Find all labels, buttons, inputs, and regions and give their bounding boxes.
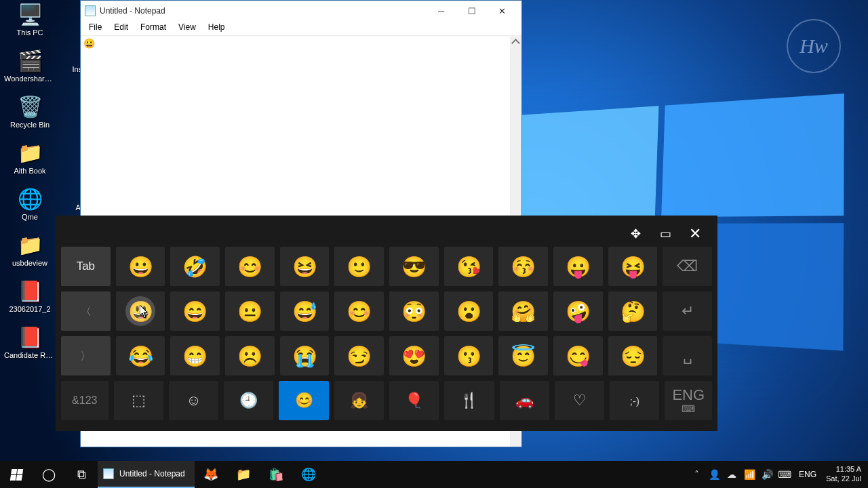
close-keyboard-icon[interactable]: ✕	[688, 226, 703, 241]
emoji-key-r3-0[interactable]: 😂	[116, 336, 165, 375]
category-people[interactable]: 👧	[334, 381, 384, 420]
maximize-button[interactable]: ☐	[456, 1, 487, 20]
emoji-key-r2-6[interactable]: 😮	[444, 291, 494, 331]
emoji-key-r2-5[interactable]: 😳	[389, 291, 439, 331]
desktop-icon[interactable]: 📁Aith Book	[4, 138, 56, 175]
category-smileys[interactable]: 😊	[279, 381, 328, 420]
key-nav-next[interactable]: 〉	[61, 336, 111, 375]
key-enter[interactable]: ↵	[663, 291, 712, 331]
desktop-icon[interactable]: 📕23062017_2	[4, 277, 56, 313]
key-backspace[interactable]: ⌫	[663, 247, 712, 286]
desktop-icon[interactable]: 🖥️This PC	[4, 0, 56, 37]
emoji-key-r2-3[interactable]: 😅	[280, 291, 330, 331]
menu-file[interactable]: File	[83, 21, 107, 35]
taskbar-app-label: Untitled - Notepad	[119, 469, 185, 479]
tray-people-icon[interactable]: 👤	[705, 469, 723, 480]
taskbar-explorer-icon[interactable]: 📁	[227, 461, 260, 488]
desktop-icon-label: Aith Book	[14, 167, 45, 175]
emoji-key-r1-3[interactable]: 😆	[280, 247, 330, 286]
emoji-key-r3-8[interactable]: 😋	[553, 336, 603, 375]
emoji-key-r3-2[interactable]: ☹️	[225, 336, 275, 375]
tray-volume-icon[interactable]: 🔊	[758, 469, 776, 480]
key-language[interactable]: ENG⌨	[665, 381, 712, 420]
tray-network-icon[interactable]: 📶	[741, 469, 758, 480]
cortana-button[interactable]: ◯	[33, 461, 65, 488]
tray-onedrive-icon[interactable]: ☁	[723, 469, 741, 480]
emoji-key-r1-7[interactable]: 😚	[498, 247, 548, 286]
emoji-key-r1-8[interactable]: 😛	[553, 247, 603, 286]
taskbar: ◯ ⧉ Untitled - Notepad 🦊 📁 🛍️ 🌐 ˄ 👤 ☁ 📶 …	[0, 461, 868, 488]
desktop-wallpaper: Hw 🖥️This PC🎬Wondershare Filmora🗑️Recycl…	[0, 0, 868, 461]
notepad-taskbar-icon	[103, 468, 114, 479]
emoji-key-r1-6[interactable]: 😘	[444, 247, 494, 286]
emoji-key-r1-4[interactable]: 🙂	[334, 247, 384, 286]
emoji-key-r2-1[interactable]: 😄	[170, 291, 220, 331]
emoji-key-r3-7[interactable]: 😇	[498, 336, 548, 375]
move-keyboard-icon[interactable]: ✥	[628, 226, 643, 241]
category-food[interactable]: 🍴	[444, 381, 494, 420]
key-symbols[interactable]: &123	[61, 381, 108, 420]
emoji-key-r1-2[interactable]: 😊	[225, 247, 275, 286]
category-celebration[interactable]: 🎈	[389, 381, 439, 420]
category-hearts[interactable]: ♡	[555, 381, 604, 420]
category-stickers[interactable]: ⬚	[114, 381, 163, 420]
key-nav-prev[interactable]: 〈	[61, 291, 111, 331]
desktop-icon[interactable]: 🗑️Recycle Bin	[4, 92, 56, 129]
menu-help[interactable]: Help	[203, 21, 231, 35]
taskbar-firefox-icon[interactable]: 🦊	[195, 461, 227, 488]
minimize-button[interactable]: ─	[426, 1, 456, 20]
dock-keyboard-icon[interactable]: ▭	[658, 226, 673, 241]
emoji-key-r1-5[interactable]: 😎	[389, 247, 439, 286]
task-view-button[interactable]: ⧉	[65, 461, 98, 488]
desktop-icons-column-1: 🖥️This PC🎬Wondershare Filmora🗑️Recycle B…	[4, 0, 56, 359]
category-transport[interactable]: 🚗	[500, 381, 549, 420]
emoji-key-r2-9[interactable]: 🤔	[608, 291, 658, 331]
system-tray: ˄ 👤 ☁ 📶 🔊 ⌨ ENG 11:35 A Sat, 22 Jul	[688, 461, 868, 488]
keyboard-toolbar: ✥ ▭ ✕	[61, 221, 712, 247]
tray-overflow-icon[interactable]: ˄	[688, 469, 705, 480]
emoji-key-r3-4[interactable]: 😏	[334, 336, 384, 375]
emoji-key-r3-3[interactable]: 😭	[280, 336, 330, 375]
key-space[interactable]: ␣	[663, 336, 712, 375]
key-tab[interactable]: Tab	[61, 247, 111, 286]
emoji-key-r1-9[interactable]: 😝	[608, 247, 658, 286]
emoji-key-r2-8[interactable]: 🤪	[553, 291, 603, 331]
emoji-key-r1-0[interactable]: 😀	[116, 247, 165, 286]
emoji-key-r1-1[interactable]: 🤣	[170, 247, 220, 286]
emoji-key-r3-5[interactable]: 😍	[389, 336, 439, 375]
taskbar-app-notepad[interactable]: Untitled - Notepad	[98, 461, 195, 488]
category-emoji[interactable]: ☺	[169, 381, 218, 420]
close-button[interactable]: ✕	[487, 1, 517, 20]
tray-keyboard-icon[interactable]: ⌨	[776, 469, 793, 480]
menu-format[interactable]: Format	[135, 21, 172, 35]
menu-view[interactable]: View	[173, 21, 201, 35]
emoji-key-r2-0[interactable]: 😃	[116, 291, 165, 331]
emoji-key-r2-7[interactable]: 🤗	[498, 291, 548, 331]
taskbar-store-icon[interactable]: 🛍️	[260, 461, 292, 488]
desktop-icon-glyph: 🗑️	[16, 92, 44, 121]
emoji-key-r2-4[interactable]: 😊	[334, 291, 384, 331]
menu-edit[interactable]: Edit	[108, 21, 134, 35]
desktop-icon-glyph: 📕	[16, 277, 44, 305]
emoji-key-r2-2[interactable]: 😐	[225, 291, 275, 331]
desktop-icon[interactable]: 📁usbdeview	[4, 230, 56, 267]
tray-language-indicator[interactable]: ENG	[793, 470, 822, 479]
taskbar-chrome-icon[interactable]: 🌐	[292, 461, 325, 488]
desktop-icon-glyph: 🌐	[16, 184, 44, 213]
desktop-icon[interactable]: 📕Candidate Registrati...	[4, 323, 56, 359]
start-button[interactable]	[0, 461, 33, 488]
category-recent[interactable]: 🕘	[224, 381, 273, 420]
desktop-icon[interactable]: 🌐Qme	[4, 184, 56, 221]
notepad-titlebar[interactable]: Untitled - Notepad ─ ☐ ✕	[81, 1, 521, 21]
emoji-key-r3-6[interactable]: 😗	[444, 336, 494, 375]
desktop-icon-label: usbdeview	[12, 259, 47, 267]
tray-clock[interactable]: 11:35 A Sat, 22 Jul	[822, 465, 868, 484]
desktop-icon-glyph: 🖥️	[16, 0, 44, 28]
emoji-key-r3-9[interactable]: 😔	[608, 336, 658, 375]
notepad-title: Untitled - Notepad	[100, 6, 165, 16]
category-text-faces[interactable]: ;-)	[610, 381, 659, 420]
desktop-icon-label: This PC	[16, 28, 43, 37]
desktop-icon-glyph: 📕	[16, 323, 44, 351]
desktop-icon[interactable]: 🎬Wondershare Filmora	[4, 46, 56, 83]
emoji-key-r3-1[interactable]: 😁	[170, 336, 220, 375]
